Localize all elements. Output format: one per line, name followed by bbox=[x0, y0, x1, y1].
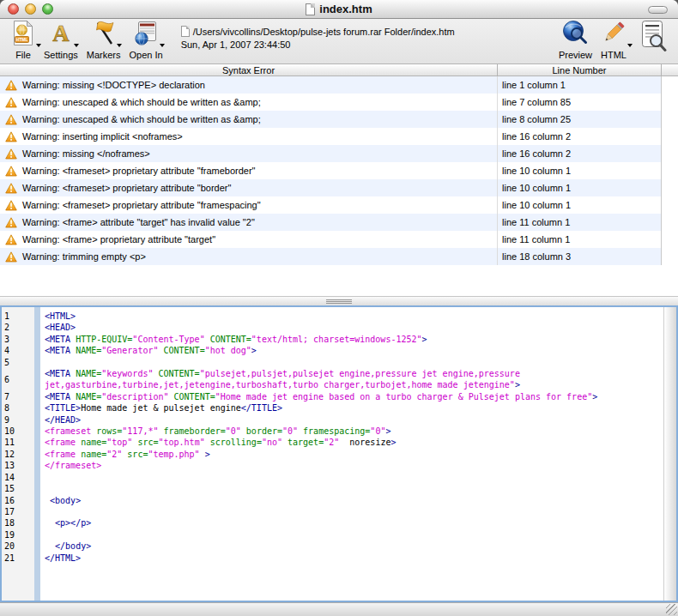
code-text[interactable]: <frameset rows="117,*" frameborder="0" b… bbox=[34, 426, 663, 437]
table-scrollbar-track[interactable] bbox=[663, 76, 678, 296]
table-row[interactable]: Warning: <frame> attribute "target" has … bbox=[0, 214, 662, 231]
code-text[interactable]: </frameset> bbox=[34, 460, 663, 471]
settings-button[interactable]: A Settings bbox=[44, 21, 78, 60]
code-line[interactable]: 9</HEAD> bbox=[2, 414, 663, 426]
code-line[interactable]: 19 bbox=[2, 529, 663, 541]
table-row[interactable]: Warning: trimming empty <p> line 18 colu… bbox=[0, 248, 662, 265]
column-header-syntax-error[interactable]: Syntax Error bbox=[0, 64, 498, 75]
code-text[interactable]: <HTML> bbox=[34, 311, 663, 322]
file-path: /Users/vivcollins/Desktop/pulse-jets for… bbox=[193, 27, 455, 37]
code-line[interactable]: 13</frameset> bbox=[2, 460, 663, 471]
preview-button[interactable]: Preview bbox=[559, 21, 592, 60]
code-text[interactable] bbox=[34, 506, 663, 517]
code-lines[interactable]: 1<HTML>2<HEAD>3<META HTTP-EQUIV="Content… bbox=[2, 307, 663, 601]
table-row[interactable]: Warning: <frameset> proprietary attribut… bbox=[0, 179, 662, 196]
warning-message: Warning: <frameset> proprietary attribut… bbox=[22, 166, 256, 176]
table-row[interactable]: Warning: missing <!DOCTYPE> declaration … bbox=[0, 76, 662, 94]
code-text[interactable]: <p></p> bbox=[34, 517, 663, 528]
line-number: 17 bbox=[2, 506, 34, 517]
open-in-button-label: Open In bbox=[129, 50, 162, 60]
titlebar[interactable]: index.htm bbox=[0, 0, 678, 19]
close-button[interactable] bbox=[8, 3, 19, 15]
code-line[interactable]: 21</HTML> bbox=[2, 553, 663, 564]
table-row[interactable]: Warning: <frameset> proprietary attribut… bbox=[0, 162, 662, 179]
html-document-icon: HTML bbox=[11, 20, 35, 50]
table-row[interactable]: Warning: inserting implicit <noframes> l… bbox=[0, 128, 662, 145]
code-text[interactable]: <body> bbox=[34, 495, 663, 506]
code-text[interactable]: </HEAD> bbox=[34, 414, 663, 426]
zoom-button[interactable] bbox=[42, 3, 53, 15]
html-button[interactable]: HTML bbox=[601, 21, 627, 60]
code-text[interactable]: <META HTTP-EQUIV="Content-Type" CONTENT=… bbox=[34, 334, 663, 345]
table-row[interactable]: Warning: <frame> proprietary attribute "… bbox=[0, 231, 662, 248]
code-line[interactable]: 1<HTML> bbox=[2, 311, 663, 322]
markers-button[interactable]: Markers bbox=[87, 21, 121, 60]
code-text[interactable] bbox=[34, 472, 663, 483]
code-text[interactable]: <frame name="top" src="top.htm" scrollin… bbox=[34, 437, 663, 448]
open-in-button[interactable]: Open In bbox=[129, 21, 162, 60]
line-location: line 10 column 1 bbox=[502, 200, 571, 210]
code-text[interactable]: <META NAME="Generator" CONTENT="hot dog"… bbox=[34, 345, 663, 356]
code-line[interactable]: 5 bbox=[2, 357, 663, 368]
resize-grip[interactable] bbox=[666, 604, 677, 615]
table-row[interactable]: Warning: unescaped & which should be wri… bbox=[0, 111, 662, 128]
code-text[interactable]: </body> bbox=[34, 541, 663, 552]
line-number: 19 bbox=[2, 529, 34, 541]
splitter[interactable] bbox=[0, 296, 678, 305]
file-button-label: File bbox=[15, 50, 31, 60]
code-line[interactable]: 12<frame name="2" src="temp.php" > bbox=[2, 449, 663, 460]
code-text[interactable] bbox=[34, 529, 663, 541]
code-line[interactable]: 16 <body> bbox=[2, 495, 663, 506]
code-text[interactable] bbox=[34, 357, 663, 368]
code-line[interactable]: 18 <p></p> bbox=[2, 517, 663, 528]
line-location: line 16 column 2 bbox=[502, 131, 571, 142]
code-line[interactable]: 4<META NAME="Generator" CONTENT="hot dog… bbox=[2, 345, 663, 356]
editor-vertical-scrollbar[interactable] bbox=[663, 307, 676, 601]
toolbar-toggle-button[interactable] bbox=[648, 6, 668, 14]
source-editor[interactable]: 1<HTML>2<HEAD>3<META HTTP-EQUIV="Content… bbox=[0, 305, 678, 602]
code-line[interactable]: 3<META HTTP-EQUIV="Content-Type" CONTENT… bbox=[2, 334, 663, 345]
table-row[interactable]: Warning: unescaped & which should be wri… bbox=[0, 94, 662, 111]
syntax-error-cell: Warning: <frameset> proprietary attribut… bbox=[0, 179, 498, 196]
line-number: 15 bbox=[2, 483, 34, 494]
preview-button-label: Preview bbox=[559, 50, 592, 60]
code-text[interactable]: <META NAME="keywords" CONTENT="pulsejet,… bbox=[34, 368, 663, 391]
code-line[interactable]: 15 bbox=[2, 483, 663, 494]
code-line[interactable]: 20 </body> bbox=[2, 541, 663, 552]
settings-button-label: Settings bbox=[44, 50, 78, 60]
file-button[interactable]: HTML File bbox=[11, 21, 35, 60]
code-line[interactable]: 7<META NAME="description" CONTENT="Home … bbox=[2, 391, 663, 402]
file-date: Sun, Apr 1, 2007 23:44:50 bbox=[181, 39, 554, 50]
code-line[interactable]: 14 bbox=[2, 472, 663, 483]
warning-icon bbox=[5, 131, 17, 142]
column-header-line-number[interactable]: Line Number bbox=[498, 64, 662, 75]
code-line[interactable]: 6<META NAME="keywords" CONTENT="pulsejet… bbox=[2, 368, 663, 391]
toolbar: HTML File A Settings bbox=[0, 19, 678, 63]
code-text[interactable] bbox=[34, 483, 663, 494]
dropdown-arrow-icon bbox=[74, 44, 79, 47]
warning-message: Warning: unescaped & which should be wri… bbox=[22, 114, 261, 124]
code-line[interactable]: 2<HEAD> bbox=[2, 322, 663, 333]
app-window: index.htm HTML File bbox=[0, 0, 678, 616]
table-row[interactable]: Warning: missing </noframes> line 16 col… bbox=[0, 145, 662, 162]
title-area: index.htm bbox=[0, 0, 678, 18]
line-number: 4 bbox=[2, 345, 34, 356]
table-row[interactable]: Warning: <frameset> proprietary attribut… bbox=[0, 196, 662, 214]
code-text[interactable]: <META NAME="description" CONTENT="Home m… bbox=[34, 391, 663, 402]
code-text[interactable]: <frame name="2" src="temp.php" > bbox=[34, 449, 663, 460]
warning-message: Warning: missing </noframes> bbox=[22, 148, 150, 159]
code-text[interactable]: </HTML> bbox=[34, 553, 663, 564]
code-text[interactable]: <HEAD> bbox=[34, 322, 663, 333]
code-line[interactable]: 17 bbox=[2, 506, 663, 517]
code-line[interactable]: 8<TITLE>Home made jet & pulsejet engine<… bbox=[2, 402, 663, 414]
line-number-cell: line 10 column 1 bbox=[498, 196, 662, 214]
syntax-error-cell: Warning: missing </noframes> bbox=[0, 145, 498, 162]
table-header: Syntax Error Line Number bbox=[0, 63, 678, 76]
code-text[interactable]: <TITLE>Home made jet & pulsejet engine</… bbox=[34, 402, 663, 414]
code-line[interactable]: 10<frameset rows="117,*" frameborder="0"… bbox=[2, 426, 663, 437]
splitter-dimple-icon bbox=[326, 299, 352, 304]
line-number: 9 bbox=[2, 414, 34, 426]
minimize-button[interactable] bbox=[25, 3, 36, 15]
search-panel-button[interactable] bbox=[639, 21, 667, 55]
code-line[interactable]: 11<frame name="top" src="top.htm" scroll… bbox=[2, 437, 663, 448]
